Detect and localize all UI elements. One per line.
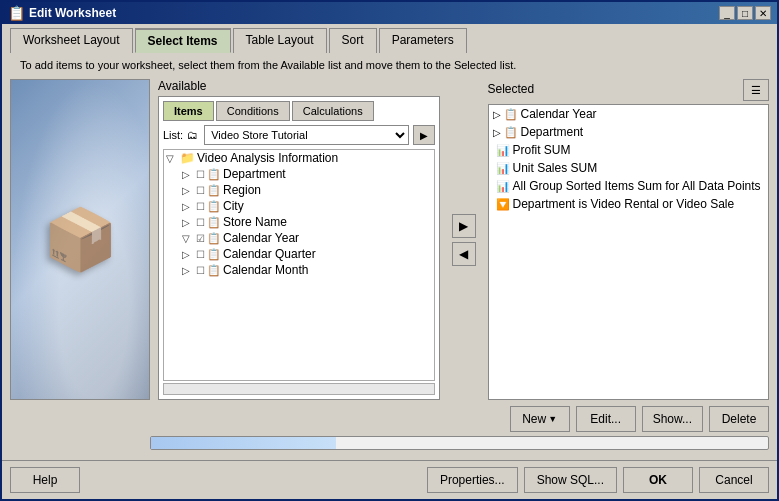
available-tree[interactable]: ▽ 📁 Video Analysis Information ▷ ☐ 📋 Dep… (163, 149, 435, 381)
window-icon: 📋 (8, 5, 25, 21)
maximize-button[interactable]: □ (737, 6, 753, 20)
tree-item-label: City (223, 199, 244, 213)
action-buttons-right: Edit... Show... Delete (576, 406, 769, 432)
move-right-button[interactable]: ▶ (452, 214, 476, 238)
tree-item-city[interactable]: ▷ ☐ 📋 City (164, 198, 434, 214)
tab-worksheet-layout[interactable]: Worksheet Layout (10, 28, 133, 53)
expand-icon: ▽ (166, 153, 178, 164)
show-sql-button[interactable]: Show SQL... (524, 467, 617, 493)
expand-calyear-icon: ▽ (182, 233, 194, 244)
move-left-button[interactable]: ◀ (452, 242, 476, 266)
list-label: List: (163, 129, 183, 141)
show-button[interactable]: Show... (642, 406, 703, 432)
minimize-button[interactable]: _ (719, 6, 735, 20)
list-icon: 🗂 (187, 129, 198, 141)
selected-item-department[interactable]: ▷ 📋 Department (489, 123, 769, 141)
tab-bar: Worksheet Layout Select Items Table Layo… (2, 24, 777, 53)
horizontal-scrollbar[interactable] (163, 383, 435, 395)
new-button[interactable]: New▼ (510, 406, 570, 432)
footer: Help Properties... Show SQL... OK Cancel (2, 460, 777, 499)
delete-button[interactable]: Delete (709, 406, 769, 432)
action-buttons-left: New▼ (150, 406, 570, 432)
selected-item-calendar-year[interactable]: ▷ 📋 Calendar Year (489, 105, 769, 123)
item-icon: 📊 (496, 162, 510, 175)
checkbox-icon: ☐ (196, 249, 205, 260)
tree-item-label: Department (223, 167, 286, 181)
checkbox-icon: ☑ (196, 233, 205, 244)
item-icon: 📋 (207, 264, 221, 277)
tree-item-label: Calendar Quarter (223, 247, 316, 261)
tab-calculations[interactable]: Calculations (292, 101, 374, 121)
checkbox-icon: ☐ (196, 169, 205, 180)
item-icon: 🔽 (496, 198, 510, 211)
tree-item-calendar-month[interactable]: ▷ ☐ 📋 Calendar Month (164, 262, 434, 278)
tab-parameters[interactable]: Parameters (379, 28, 467, 53)
selected-item-label: Unit Sales SUM (513, 161, 598, 175)
expand-calq-icon: ▷ (182, 249, 194, 260)
selected-item-unit-sales-sum[interactable]: 📊 Unit Sales SUM (489, 159, 769, 177)
transfer-buttons: ▶ ◀ (448, 79, 480, 400)
action-row: New▼ Edit... Show... Delete (10, 406, 769, 432)
properties-button[interactable]: Properties... (427, 467, 518, 493)
item-icon: 📋 (504, 126, 518, 139)
item-icon: 📋 (207, 248, 221, 261)
item-icon: 📋 (207, 216, 221, 229)
tab-select-items[interactable]: Select Items (135, 28, 231, 53)
panels-row: 📦 Available Items Conditions Calculation… (10, 79, 769, 400)
order-button[interactable]: ☰ (743, 79, 769, 101)
tab-sort[interactable]: Sort (329, 28, 377, 53)
expand-store-icon: ▷ (182, 217, 194, 228)
expand-dept-icon: ▷ (182, 169, 194, 180)
available-label: Available (158, 79, 440, 93)
tree-item-store-name[interactable]: ▷ ☐ 📋 Store Name (164, 214, 434, 230)
expand-icon: ▷ (493, 127, 501, 138)
tab-conditions[interactable]: Conditions (216, 101, 290, 121)
tree-item-label: Region (223, 183, 261, 197)
tree-item-calendar-quarter[interactable]: ▷ ☐ 📋 Calendar Quarter (164, 246, 434, 262)
selected-item-department-filter[interactable]: 🔽 Department is Video Rental or Video Sa… (489, 195, 769, 213)
item-icon: 📋 (504, 108, 518, 121)
checkbox-icon: ☐ (196, 185, 205, 196)
tree-item-region[interactable]: ▷ ☐ 📋 Region (164, 182, 434, 198)
tree-root[interactable]: ▽ 📁 Video Analysis Information (164, 150, 434, 166)
edit-button[interactable]: Edit... (576, 406, 636, 432)
ok-button[interactable]: OK (623, 467, 693, 493)
progress-bar-track (150, 436, 769, 450)
decorative-image: 📦 (10, 79, 150, 400)
selected-item-label: All Group Sorted Items Sum for All Data … (513, 179, 761, 193)
expand-calm-icon: ▷ (182, 265, 194, 276)
window: 📋 Edit Worksheet _ □ ✕ Worksheet Layout … (0, 0, 779, 501)
selected-item-label: Department is Video Rental or Video Sale (513, 197, 735, 211)
selected-item-all-group[interactable]: 📊 All Group Sorted Items Sum for All Dat… (489, 177, 769, 195)
tree-root-label: Video Analysis Information (197, 151, 338, 165)
tree-item-department[interactable]: ▷ ☐ 📋 Department (164, 166, 434, 182)
tab-items[interactable]: Items (163, 101, 214, 121)
item-icon: 📋 (207, 232, 221, 245)
list-browse-button[interactable]: ▶ (413, 125, 435, 145)
available-inner: Items Conditions Calculations List: 🗂 Vi… (158, 96, 440, 400)
checkbox-icon: ☐ (196, 201, 205, 212)
description: To add items to your worksheet, select t… (10, 59, 769, 71)
left-bg-overlay: 📦 (11, 80, 149, 399)
tree-item-label: Calendar Year (223, 231, 299, 245)
help-button[interactable]: Help (10, 467, 80, 493)
checkbox-icon: ☐ (196, 217, 205, 228)
available-panel: Available Items Conditions Calculations … (158, 79, 440, 400)
tab-table-layout[interactable]: Table Layout (233, 28, 327, 53)
selected-item-profit-sum[interactable]: 📊 Profit SUM (489, 141, 769, 159)
title-bar: 📋 Edit Worksheet _ □ ✕ (2, 2, 777, 24)
cancel-button[interactable]: Cancel (699, 467, 769, 493)
selected-panel: Selected ☰ ▷ 📋 Calendar Year ▷ 📋 Departm… (488, 79, 770, 400)
selected-list[interactable]: ▷ 📋 Calendar Year ▷ 📋 Department 📊 Profi… (488, 104, 770, 400)
close-button[interactable]: ✕ (755, 6, 771, 20)
progress-area (150, 432, 769, 454)
main-content: To add items to your worksheet, select t… (2, 53, 777, 460)
expand-region-icon: ▷ (182, 185, 194, 196)
list-dropdown[interactable]: Video Store Tutorial (204, 125, 408, 145)
footer-right-buttons: Properties... Show SQL... OK Cancel (427, 467, 769, 493)
window-controls: _ □ ✕ (719, 6, 771, 20)
cube-icon: 📦 (43, 204, 118, 275)
tree-item-calendar-year[interactable]: ▽ ☑ 📋 Calendar Year (164, 230, 434, 246)
selected-item-label: Profit SUM (513, 143, 571, 157)
tree-item-label: Calendar Month (223, 263, 308, 277)
